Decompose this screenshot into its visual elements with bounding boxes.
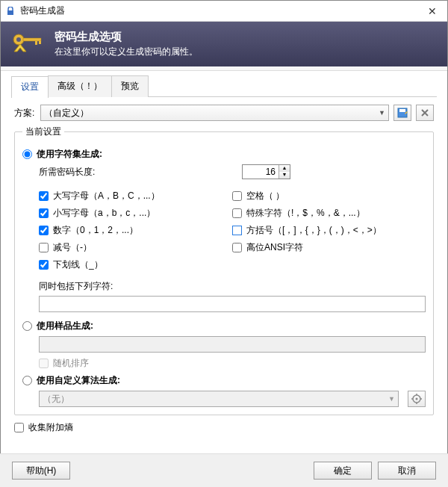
profile-label: 方案: [14, 107, 34, 120]
tab-bar: 设置 高级（！） 预览 [1, 71, 447, 97]
charset-radio-label: 使用字符集生成: [37, 148, 102, 161]
highansi-checkbox[interactable] [232, 243, 242, 252]
chevron-down-icon: ▼ [388, 395, 395, 403]
uppercase-checkbox[interactable] [39, 191, 49, 201]
banner: 密码生成选项 在这里你可以定义生成密码的属性。 [1, 22, 447, 66]
collect-entropy-label: 收集附加熵 [28, 421, 73, 434]
svg-point-2 [16, 37, 21, 42]
brackets-checkbox[interactable] [232, 226, 246, 236]
length-input[interactable] [243, 165, 279, 179]
also-include-input[interactable] [39, 296, 426, 312]
spinner-up-icon[interactable]: ▲ [279, 165, 290, 172]
help-button[interactable]: 帮助(H) [12, 462, 70, 480]
pattern-radio[interactable] [22, 321, 32, 331]
collect-entropy-checkbox[interactable] [14, 423, 24, 432]
pattern-radio-label: 使用样品生成: [37, 320, 93, 332]
banner-subtext: 在这里你可以定义生成密码的属性。 [55, 46, 198, 58]
window-title: 密码生成器 [20, 4, 422, 17]
gear-icon [411, 394, 422, 404]
save-profile-button[interactable] [393, 105, 411, 121]
custom-algo-radio[interactable] [22, 376, 32, 385]
length-spinner[interactable]: ▲ ▼ [242, 164, 290, 179]
current-settings-group: 当前设置 使用字符集生成: 所需密码长度: ▲ ▼ 大写字母（A，B，C， [14, 125, 434, 415]
custom-algo-select: （无） ▼ [39, 391, 399, 407]
svg-rect-4 [35, 41, 37, 45]
profile-select[interactable]: （自定义） ▼ [40, 105, 389, 121]
group-legend: 当前设置 [22, 125, 64, 138]
key-icon [10, 29, 47, 59]
ok-button[interactable]: 确定 [314, 462, 372, 480]
delete-profile-button[interactable] [416, 105, 434, 121]
custom-algo-radio-label: 使用自定义算法生成: [37, 374, 120, 387]
spinner-down-icon[interactable]: ▼ [279, 172, 290, 179]
length-label: 所需密码长度: [39, 166, 218, 179]
tab-advanced[interactable]: 高级（！） [48, 75, 112, 97]
digits-checkbox[interactable] [39, 226, 49, 235]
pattern-random-checkbox [39, 359, 49, 368]
underscore-checkbox[interactable] [39, 260, 49, 270]
space-checkbox[interactable] [232, 191, 242, 201]
also-include-label: 同时包括下列字符: [39, 280, 426, 293]
lock-icon [5, 6, 16, 16]
svg-rect-3 [23, 38, 41, 41]
minus-checkbox[interactable] [39, 243, 49, 252]
pattern-input [39, 336, 426, 353]
footer: 帮助(H) 确定 取消 [0, 453, 448, 487]
lowercase-checkbox[interactable] [39, 208, 49, 218]
svg-marker-6 [14, 44, 26, 52]
tab-preview[interactable]: 预览 [111, 75, 149, 97]
svg-rect-8 [399, 109, 405, 112]
charset-radio[interactable] [22, 149, 32, 159]
titlebar: 密码生成器 ✕ [1, 1, 447, 22]
close-icon[interactable]: ✕ [422, 5, 443, 17]
custom-algo-settings-button[interactable] [408, 391, 426, 407]
svg-rect-5 [39, 41, 41, 44]
special-checkbox[interactable] [232, 208, 242, 218]
cancel-button[interactable]: 取消 [378, 462, 436, 480]
chevron-down-icon: ▼ [379, 109, 385, 117]
banner-heading: 密码生成选项 [55, 30, 198, 44]
svg-point-11 [416, 398, 418, 400]
svg-rect-0 [7, 10, 13, 15]
tab-settings[interactable]: 设置 [11, 76, 49, 98]
